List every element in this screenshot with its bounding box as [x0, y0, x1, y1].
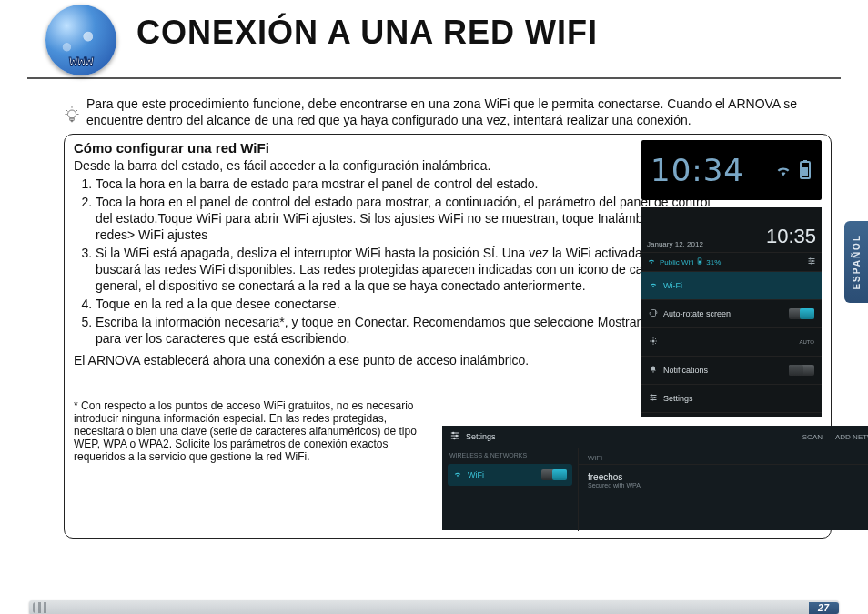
svg-point-8 — [811, 263, 812, 265]
wifi-action-scan: SCAN — [802, 433, 823, 441]
step-item: Escriba la información necesaria*, y toq… — [96, 314, 714, 347]
battery-icon — [798, 160, 812, 180]
svg-point-11 — [651, 395, 653, 397]
wifi-category-label: WIRELESS & NETWORKS — [442, 448, 578, 460]
wifi-item-label: WiFi — [468, 470, 484, 479]
page-number: 27 — [809, 602, 839, 614]
wifi-icon — [774, 163, 792, 177]
brightness-icon — [649, 337, 658, 347]
toggle-off: OFF — [789, 365, 814, 376]
panel-network-name: Public Wifi — [660, 258, 693, 267]
wifi-icon — [649, 281, 658, 290]
notifications-icon — [649, 365, 658, 376]
wifi-action-add: ADD NETWORK — [835, 433, 868, 441]
panel-battery-pct: 31% — [706, 258, 721, 267]
page-footer: 27 — [29, 600, 839, 614]
svg-rect-9 — [651, 310, 656, 317]
svg-point-15 — [456, 435, 458, 437]
svg-point-0 — [68, 110, 76, 118]
panel-brightness-mode: AUTO — [799, 339, 814, 345]
wifi-network-name: freechos — [588, 472, 641, 482]
panel-autorotate-label: Auto-rotate screen — [663, 309, 783, 318]
box-after: El ARNOVA establecerá ahora una conexión… — [74, 352, 692, 368]
svg-point-14 — [452, 432, 454, 434]
wifi-icon — [453, 470, 462, 479]
panel-row-notifications: Notifications OFF — [641, 357, 822, 385]
svg-point-16 — [453, 438, 455, 439]
panel-row-brightness: AUTO — [641, 328, 822, 357]
language-tab-label: ESPAÑOL — [852, 234, 862, 290]
panel-notifications-label: Notifications — [663, 366, 783, 375]
svg-point-13 — [652, 399, 654, 401]
svg-point-10 — [652, 340, 655, 343]
toggle-on: ON — [541, 469, 567, 480]
wifi-network-sub: Secured with WPA — [588, 482, 641, 488]
svg-point-6 — [810, 258, 812, 260]
step-item: Si la WiFi está apagada, desliza el inte… — [96, 245, 714, 294]
settings-sliders-icon — [649, 393, 658, 404]
toggle-on: ON — [789, 308, 814, 319]
svg-point-7 — [812, 260, 814, 262]
steps-list: Toca la hora en la barra de estado para … — [74, 176, 714, 347]
panel-row-wifi: Wi-Fi — [641, 272, 822, 300]
language-tab: ESPAÑOL — [844, 221, 868, 303]
svg-rect-3 — [802, 167, 808, 176]
step-item: Toque en la red a la que desee conectars… — [96, 296, 714, 312]
globe-www-label: www — [69, 54, 93, 70]
panel-row-settings: Settings — [641, 385, 822, 413]
page-title: CONEXIÓN A UNA RED WIFI — [136, 14, 598, 52]
screenshot-statusbar: 10:34 — [641, 140, 822, 200]
globe-icon: www — [45, 5, 116, 75]
battery-icon — [697, 257, 702, 267]
screenshot-quicksettings: January 12, 2012 10:35 Public Wifi 31% — [641, 207, 822, 417]
settings-sliders-icon — [449, 430, 460, 443]
wifi-settings-title: Settings — [466, 432, 496, 441]
wifi-side-item: WiFi ON — [448, 464, 572, 486]
panel-time: 10:35 — [766, 225, 816, 248]
box-footnote: * Con respecto a los puntos de acceso Wi… — [74, 399, 433, 463]
panel-date: January 12, 2012 — [647, 240, 703, 248]
svg-point-12 — [654, 397, 656, 398]
screenshot-wifi-settings: Settings SCAN ADD NETWORK WIRELESS & NET… — [442, 426, 868, 530]
settings-sliders-icon — [807, 257, 816, 267]
panel-row-autorotate: Auto-rotate screen ON — [641, 300, 822, 328]
box-lead: Desde la barra del estado, es fácil acce… — [74, 157, 656, 174]
rotate-icon — [649, 308, 658, 319]
svg-rect-2 — [803, 160, 807, 163]
statusbar-time: 10:34 — [651, 152, 769, 188]
lightbulb-icon — [64, 105, 80, 126]
panel-settings-label: Settings — [663, 394, 814, 403]
step-item: Toca la hora en la barra de estado para … — [96, 176, 714, 192]
wifi-list-header: WiFi — [579, 448, 868, 465]
wifi-network-row: freechos Secured with WPA — [579, 465, 868, 496]
intro-paragraph: Para que este procedimiento funcione, de… — [86, 96, 827, 128]
step-item: Toca la hora en el panel de control del … — [96, 194, 714, 243]
svg-rect-5 — [699, 261, 701, 264]
wifi-icon — [647, 257, 656, 267]
panel-wifi-label: Wi-Fi — [663, 281, 814, 290]
instructions-box: Cómo configurar una red WiFi Desde la ba… — [64, 134, 832, 539]
